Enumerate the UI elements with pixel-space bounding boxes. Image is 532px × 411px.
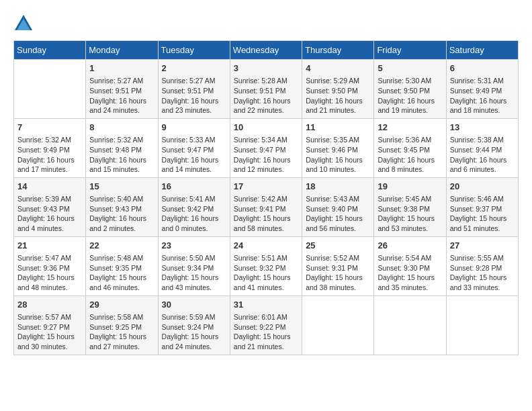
day-number: 3	[234, 62, 298, 75]
day-info: Sunrise: 5:32 AMSunset: 9:48 PMDaylight:…	[89, 135, 154, 175]
day-info: Sunrise: 5:28 AMSunset: 9:51 PMDaylight:…	[234, 76, 298, 116]
day-info: Sunrise: 5:31 AMSunset: 9:49 PMDaylight:…	[450, 76, 515, 116]
day-number: 9	[162, 122, 226, 134]
calendar-cell: 7Sunrise: 5:32 AMSunset: 9:49 PMDaylight…	[14, 118, 86, 177]
calendar-cell: 31Sunrise: 6:01 AMSunset: 9:22 PMDayligh…	[230, 295, 302, 355]
calendar-cell	[14, 60, 86, 119]
day-number: 14	[17, 181, 82, 193]
calendar-cell: 9Sunrise: 5:33 AMSunset: 9:47 PMDaylight…	[158, 118, 230, 177]
day-info: Sunrise: 5:39 AMSunset: 9:43 PMDaylight:…	[17, 194, 82, 234]
day-info: Sunrise: 5:54 AMSunset: 9:30 PMDaylight:…	[378, 253, 442, 293]
logo	[13, 13, 36, 34]
calendar-cell: 1Sunrise: 5:27 AMSunset: 9:51 PMDaylight…	[86, 60, 158, 119]
calendar-week-5: 28Sunrise: 5:57 AMSunset: 9:27 PMDayligh…	[14, 295, 519, 355]
calendar-cell: 3Sunrise: 5:28 AMSunset: 9:51 PMDaylight…	[230, 60, 302, 119]
header-day-tuesday: Tuesday	[158, 41, 230, 60]
day-info: Sunrise: 5:35 AMSunset: 9:46 PMDaylight:…	[306, 135, 370, 175]
calendar-cell: 28Sunrise: 5:57 AMSunset: 9:27 PMDayligh…	[14, 295, 86, 355]
day-number: 26	[378, 240, 442, 252]
day-info: Sunrise: 5:58 AMSunset: 9:25 PMDaylight:…	[89, 312, 154, 352]
calendar-cell: 19Sunrise: 5:45 AMSunset: 9:38 PMDayligh…	[374, 177, 446, 236]
day-number: 1	[89, 62, 154, 75]
day-number: 15	[89, 181, 154, 193]
header-day-sunday: Sunday	[14, 41, 86, 60]
day-number: 18	[306, 181, 370, 193]
calendar-cell: 18Sunrise: 5:43 AMSunset: 9:40 PMDayligh…	[302, 177, 374, 236]
day-info: Sunrise: 5:55 AMSunset: 9:28 PMDaylight:…	[450, 253, 515, 293]
day-info: Sunrise: 6:01 AMSunset: 9:22 PMDaylight:…	[234, 312, 298, 352]
day-info: Sunrise: 5:38 AMSunset: 9:44 PMDaylight:…	[450, 135, 515, 175]
calendar-cell: 11Sunrise: 5:35 AMSunset: 9:46 PMDayligh…	[302, 118, 374, 177]
day-number: 29	[89, 299, 154, 311]
day-number: 2	[162, 62, 226, 75]
header-day-friday: Friday	[374, 41, 446, 60]
calendar-cell: 27Sunrise: 5:55 AMSunset: 9:28 PMDayligh…	[446, 236, 518, 295]
day-info: Sunrise: 5:41 AMSunset: 9:42 PMDaylight:…	[162, 194, 226, 234]
header-day-thursday: Thursday	[302, 41, 374, 60]
day-info: Sunrise: 5:57 AMSunset: 9:27 PMDaylight:…	[17, 312, 82, 352]
day-info: Sunrise: 5:36 AMSunset: 9:45 PMDaylight:…	[378, 135, 442, 175]
day-number: 7	[17, 122, 82, 134]
day-number: 31	[234, 299, 298, 311]
day-number: 30	[162, 299, 226, 311]
day-info: Sunrise: 5:42 AMSunset: 9:41 PMDaylight:…	[234, 194, 298, 234]
day-number: 11	[306, 122, 370, 134]
calendar-cell: 5Sunrise: 5:30 AMSunset: 9:50 PMDaylight…	[374, 60, 446, 119]
day-number: 8	[89, 122, 154, 134]
header-row: SundayMondayTuesdayWednesdayThursdayFrid…	[14, 41, 519, 60]
calendar-cell: 8Sunrise: 5:32 AMSunset: 9:48 PMDaylight…	[86, 118, 158, 177]
calendar-cell: 21Sunrise: 5:47 AMSunset: 9:36 PMDayligh…	[14, 236, 86, 295]
day-info: Sunrise: 5:46 AMSunset: 9:37 PMDaylight:…	[450, 194, 515, 234]
day-info: Sunrise: 5:27 AMSunset: 9:51 PMDaylight:…	[89, 76, 154, 116]
calendar-body: 1Sunrise: 5:27 AMSunset: 9:51 PMDaylight…	[14, 60, 519, 355]
calendar-cell	[374, 295, 446, 355]
day-info: Sunrise: 5:40 AMSunset: 9:43 PMDaylight:…	[89, 194, 154, 234]
day-info: Sunrise: 5:34 AMSunset: 9:47 PMDaylight:…	[234, 135, 298, 175]
day-number: 13	[450, 122, 515, 134]
day-info: Sunrise: 5:32 AMSunset: 9:49 PMDaylight:…	[17, 135, 82, 175]
day-info: Sunrise: 5:50 AMSunset: 9:34 PMDaylight:…	[162, 253, 226, 293]
day-info: Sunrise: 5:48 AMSunset: 9:35 PMDaylight:…	[89, 253, 154, 293]
logo-icon	[13, 13, 34, 34]
calendar-cell: 15Sunrise: 5:40 AMSunset: 9:43 PMDayligh…	[86, 177, 158, 236]
calendar-cell: 4Sunrise: 5:29 AMSunset: 9:50 PMDaylight…	[302, 60, 374, 119]
day-number: 27	[450, 240, 515, 252]
calendar-week-1: 1Sunrise: 5:27 AMSunset: 9:51 PMDaylight…	[14, 60, 519, 119]
day-number: 6	[450, 62, 515, 75]
day-info: Sunrise: 5:29 AMSunset: 9:50 PMDaylight:…	[306, 76, 370, 116]
day-info: Sunrise: 5:51 AMSunset: 9:32 PMDaylight:…	[234, 253, 298, 293]
calendar-cell: 13Sunrise: 5:38 AMSunset: 9:44 PMDayligh…	[446, 118, 518, 177]
day-number: 10	[234, 122, 298, 134]
calendar-table: SundayMondayTuesdayWednesdayThursdayFrid…	[13, 40, 519, 355]
calendar-week-3: 14Sunrise: 5:39 AMSunset: 9:43 PMDayligh…	[14, 177, 519, 236]
day-info: Sunrise: 5:47 AMSunset: 9:36 PMDaylight:…	[17, 253, 82, 293]
calendar-cell: 2Sunrise: 5:27 AMSunset: 9:51 PMDaylight…	[158, 60, 230, 119]
calendar-cell: 23Sunrise: 5:50 AMSunset: 9:34 PMDayligh…	[158, 236, 230, 295]
page-header	[13, 13, 519, 34]
calendar-cell: 24Sunrise: 5:51 AMSunset: 9:32 PMDayligh…	[230, 236, 302, 295]
header-day-saturday: Saturday	[446, 41, 518, 60]
calendar-cell: 26Sunrise: 5:54 AMSunset: 9:30 PMDayligh…	[374, 236, 446, 295]
calendar-cell: 16Sunrise: 5:41 AMSunset: 9:42 PMDayligh…	[158, 177, 230, 236]
header-day-wednesday: Wednesday	[230, 41, 302, 60]
day-number: 28	[17, 299, 82, 311]
day-info: Sunrise: 5:52 AMSunset: 9:31 PMDaylight:…	[306, 253, 370, 293]
day-info: Sunrise: 5:43 AMSunset: 9:40 PMDaylight:…	[306, 194, 370, 234]
day-info: Sunrise: 5:45 AMSunset: 9:38 PMDaylight:…	[378, 194, 442, 234]
day-number: 24	[234, 240, 298, 252]
day-number: 4	[306, 62, 370, 75]
calendar-cell: 30Sunrise: 5:59 AMSunset: 9:24 PMDayligh…	[158, 295, 230, 355]
day-number: 21	[17, 240, 82, 252]
day-number: 22	[89, 240, 154, 252]
calendar-cell: 22Sunrise: 5:48 AMSunset: 9:35 PMDayligh…	[86, 236, 158, 295]
day-number: 12	[378, 122, 442, 134]
day-number: 20	[450, 181, 515, 193]
header-day-monday: Monday	[86, 41, 158, 60]
calendar-cell: 29Sunrise: 5:58 AMSunset: 9:25 PMDayligh…	[86, 295, 158, 355]
calendar-cell: 20Sunrise: 5:46 AMSunset: 9:37 PMDayligh…	[446, 177, 518, 236]
day-info: Sunrise: 5:33 AMSunset: 9:47 PMDaylight:…	[162, 135, 226, 175]
day-info: Sunrise: 5:30 AMSunset: 9:50 PMDaylight:…	[378, 76, 442, 116]
calendar-cell: 14Sunrise: 5:39 AMSunset: 9:43 PMDayligh…	[14, 177, 86, 236]
calendar-cell: 12Sunrise: 5:36 AMSunset: 9:45 PMDayligh…	[374, 118, 446, 177]
calendar-header: SundayMondayTuesdayWednesdayThursdayFrid…	[14, 41, 519, 60]
